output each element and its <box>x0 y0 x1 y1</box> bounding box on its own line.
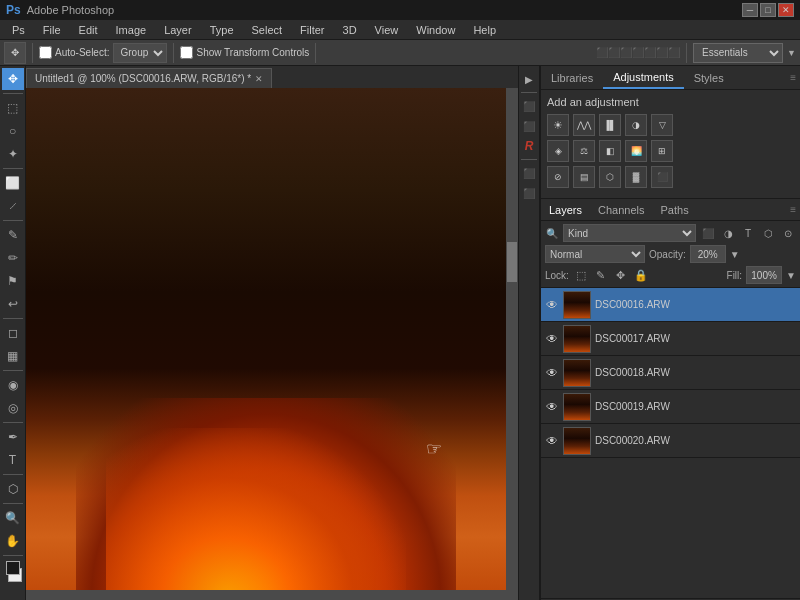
tool-blur[interactable]: ◉ <box>2 374 24 396</box>
auto-select-checkbox[interactable]: Auto-Select: <box>39 46 109 59</box>
mid-btn-4[interactable]: ⬛ <box>520 164 538 182</box>
adj-threshold-icon[interactable]: ⬡ <box>599 166 621 188</box>
canvas-tab-active[interactable]: Untitled1 @ 100% (DSC00016.ARW, RGB/16*)… <box>26 68 272 88</box>
tool-eyedropper[interactable]: ⟋ <box>2 195 24 217</box>
adj-photo-icon[interactable]: 🌅 <box>625 140 647 162</box>
layer-visibility-toggle[interactable]: 👁 <box>545 298 559 312</box>
adj-solid-icon[interactable]: ⬛ <box>651 166 673 188</box>
auto-select-input[interactable] <box>39 46 52 59</box>
tool-crop[interactable]: ⬜ <box>2 172 24 194</box>
tool-gradient[interactable]: ▦ <box>2 345 24 367</box>
layer-pixel-icon[interactable]: ⬛ <box>700 225 716 241</box>
menu-filter[interactable]: Filter <box>292 22 332 38</box>
panel-options-btn[interactable]: ≡ <box>790 72 800 83</box>
layer-item[interactable]: 👁 DSC00018.ARW <box>541 356 800 390</box>
adj-bw-icon[interactable]: ◧ <box>599 140 621 162</box>
lock-position-icon[interactable]: ✥ <box>613 267 629 283</box>
mid-btn-1[interactable]: ⬛ <box>520 97 538 115</box>
scrollbar-vertical-thumb[interactable] <box>507 242 517 282</box>
layers-tab[interactable]: Layers <box>541 201 590 219</box>
menu-layer[interactable]: Layer <box>156 22 200 38</box>
tab-adjustments[interactable]: Adjustments <box>603 67 684 89</box>
close-button[interactable]: ✕ <box>778 3 794 17</box>
tool-history[interactable]: ↩ <box>2 293 24 315</box>
blend-mode-select[interactable]: Normal <box>545 245 645 263</box>
menu-file[interactable]: File <box>35 22 69 38</box>
tab-styles[interactable]: Styles <box>684 68 734 88</box>
layer-visibility-toggle[interactable]: 👁 <box>545 434 559 448</box>
adj-levels-icon[interactable]: ▐▌ <box>599 114 621 136</box>
tool-path[interactable]: ⬡ <box>2 478 24 500</box>
auto-select-type[interactable]: Group <box>113 43 167 63</box>
layer-adjustment-icon[interactable]: ◑ <box>720 225 736 241</box>
layer-item[interactable]: 👁 DSC00017.ARW <box>541 322 800 356</box>
menu-window[interactable]: Window <box>408 22 463 38</box>
tool-dodge[interactable]: ◎ <box>2 397 24 419</box>
maximize-button[interactable]: □ <box>760 3 776 17</box>
tool-hand[interactable]: ✋ <box>2 530 24 552</box>
tool-brush[interactable]: ✏ <box>2 247 24 269</box>
layer-type-icon[interactable]: T <box>740 225 756 241</box>
adj-invert-icon[interactable]: ⊘ <box>547 166 569 188</box>
tool-clone[interactable]: ⚑ <box>2 270 24 292</box>
lock-transparent-icon[interactable]: ⬚ <box>573 267 589 283</box>
layer-item[interactable]: 👁 DSC00020.ARW <box>541 424 800 458</box>
adj-curves-icon[interactable]: ⋀⋀ <box>573 114 595 136</box>
layer-smartobj-icon[interactable]: ⊙ <box>780 225 796 241</box>
scrollbar-vertical[interactable] <box>506 88 518 600</box>
tool-pen[interactable]: ✒ <box>2 426 24 448</box>
mid-btn-5[interactable]: ⬛ <box>520 184 538 202</box>
tool-zoom[interactable]: 🔍 <box>2 507 24 529</box>
menu-type[interactable]: Type <box>202 22 242 38</box>
fill-input[interactable] <box>746 266 782 284</box>
menu-3d[interactable]: 3D <box>335 22 365 38</box>
channels-tab[interactable]: Channels <box>590 201 652 219</box>
layers-options-btn[interactable]: ≡ <box>790 204 800 215</box>
tool-text[interactable]: T <box>2 449 24 471</box>
transform-input[interactable] <box>180 46 193 59</box>
move-tool-btn[interactable]: ✥ <box>4 42 26 64</box>
lock-all-icon[interactable]: 🔒 <box>633 267 649 283</box>
adj-posterize-icon[interactable]: ▤ <box>573 166 595 188</box>
menu-edit[interactable]: Edit <box>71 22 106 38</box>
mid-play-btn[interactable]: ▶ <box>520 70 538 88</box>
foreground-color[interactable] <box>6 561 20 575</box>
tab-close-btn[interactable]: ✕ <box>255 74 263 84</box>
menu-image[interactable]: Image <box>108 22 155 38</box>
tool-move[interactable]: ✥ <box>2 68 24 90</box>
canvas-viewport[interactable]: ☞ <box>26 88 518 600</box>
tab-libraries[interactable]: Libraries <box>541 68 603 88</box>
adj-exposure-icon[interactable]: ◑ <box>625 114 647 136</box>
menu-ps[interactable]: Ps <box>4 22 33 38</box>
layer-item[interactable]: 👁 DSC00019.ARW <box>541 390 800 424</box>
paths-tab[interactable]: Paths <box>653 201 697 219</box>
tool-marquee[interactable]: ⬚ <box>2 97 24 119</box>
layer-visibility-toggle[interactable]: 👁 <box>545 366 559 380</box>
menu-help[interactable]: Help <box>465 22 504 38</box>
adj-vibrance-icon[interactable]: ▽ <box>651 114 673 136</box>
tool-wand[interactable]: ✦ <box>2 143 24 165</box>
transform-checkbox[interactable]: Show Transform Controls <box>180 46 309 59</box>
layer-visibility-toggle[interactable]: 👁 <box>545 400 559 414</box>
adj-brightness-icon[interactable]: ☀ <box>547 114 569 136</box>
menu-view[interactable]: View <box>367 22 407 38</box>
tool-heal[interactable]: ✎ <box>2 224 24 246</box>
adj-hsl-icon[interactable]: ◈ <box>547 140 569 162</box>
scrollbar-horizontal[interactable] <box>26 590 506 600</box>
adj-channelmix-icon[interactable]: ⊞ <box>651 140 673 162</box>
mid-btn-3[interactable]: R <box>520 137 538 155</box>
minimize-button[interactable]: ─ <box>742 3 758 17</box>
adj-gradient-icon[interactable]: ▓ <box>625 166 647 188</box>
opacity-input[interactable] <box>690 245 726 263</box>
adj-colorbalance-icon[interactable]: ⚖ <box>573 140 595 162</box>
tool-lasso[interactable]: ○ <box>2 120 24 142</box>
workspace-select[interactable]: Essentials <box>693 43 783 63</box>
mid-btn-2[interactable]: ⬛ <box>520 117 538 135</box>
layer-item[interactable]: 👁 DSC00016.ARW <box>541 288 800 322</box>
tool-eraser[interactable]: ◻ <box>2 322 24 344</box>
layer-kind-select[interactable]: Kind <box>563 224 696 242</box>
layer-visibility-toggle[interactable]: 👁 <box>545 332 559 346</box>
menu-select[interactable]: Select <box>244 22 291 38</box>
layer-shape-icon[interactable]: ⬡ <box>760 225 776 241</box>
lock-pixels-icon[interactable]: ✎ <box>593 267 609 283</box>
